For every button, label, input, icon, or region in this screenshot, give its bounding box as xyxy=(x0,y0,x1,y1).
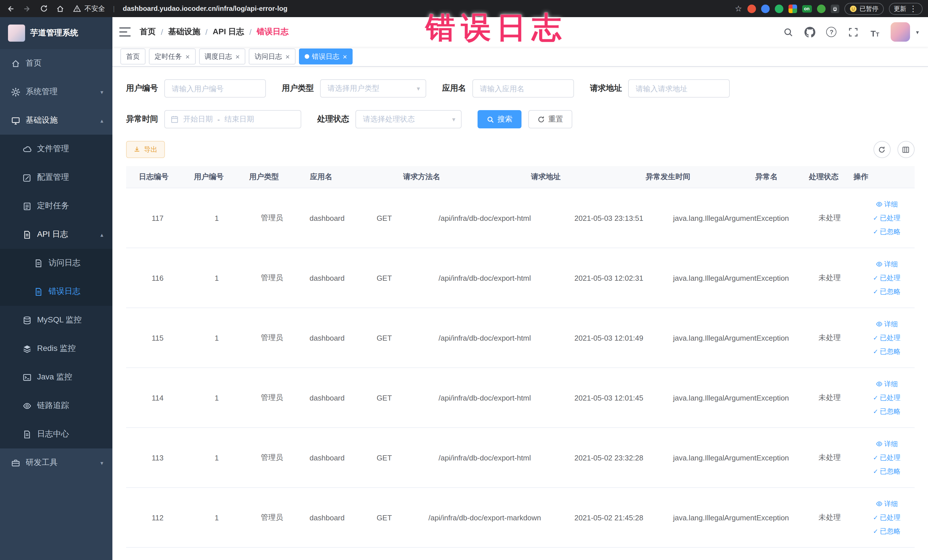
mark-processed-link[interactable]: ✓ 已处理 xyxy=(873,273,901,283)
columns-icon xyxy=(902,146,910,153)
cell-process-status: 未处理 xyxy=(800,333,859,343)
sidebar-item-trace[interactable]: 链路追踪 xyxy=(0,391,112,420)
request-url-input[interactable] xyxy=(628,79,730,98)
breadcrumb-infra[interactable]: 基础设施 xyxy=(168,27,200,37)
tag-job-log[interactable]: 调度日志× xyxy=(199,49,245,64)
breadcrumb-separator: / xyxy=(205,27,208,37)
sidebar-item-java[interactable]: Java 监控 xyxy=(0,363,112,391)
mark-processed-link[interactable]: ✓ 已处理 xyxy=(873,513,901,522)
mark-ignored-link[interactable]: ✓ 已忽略 xyxy=(873,406,901,416)
mark-processed-link[interactable]: ✓ 已处理 xyxy=(873,453,901,462)
cell-log-id: 113 xyxy=(126,453,189,462)
breadcrumb-separator: / xyxy=(249,27,252,37)
mark-processed-link[interactable]: ✓ 已处理 xyxy=(873,213,901,223)
cell-user-id: 1 xyxy=(189,394,244,402)
chevron-down-icon: ▾ xyxy=(417,85,420,92)
mark-ignored-link[interactable]: ✓ 已忽略 xyxy=(873,346,901,356)
close-icon[interactable]: × xyxy=(343,52,347,61)
extension-icon-green[interactable] xyxy=(774,4,783,13)
detail-link[interactable]: 详细 xyxy=(876,499,898,509)
screen: 不安全 | dashboard.yudao.iocoder.cn/infra/l… xyxy=(0,0,928,560)
detail-link[interactable]: 详细 xyxy=(876,259,898,269)
breadcrumb-home[interactable]: 首页 xyxy=(140,27,156,37)
sidebar-item-redis[interactable]: Redis 监控 xyxy=(0,334,112,363)
search-icon[interactable] xyxy=(783,26,794,38)
sidebar-item-infra[interactable]: 基础设施 ▴ xyxy=(0,106,112,135)
avatar[interactable] xyxy=(891,22,910,42)
browser-update-button[interactable]: 更新 ⋮ xyxy=(888,3,922,15)
column-header: 用户编号 xyxy=(181,172,236,182)
column-settings-button[interactable] xyxy=(897,141,914,158)
export-button[interactable]: 导出 xyxy=(126,141,165,158)
detail-link[interactable]: 详细 xyxy=(876,379,898,389)
mark-processed-link[interactable]: ✓ 已处理 xyxy=(873,333,901,343)
hamburger-icon[interactable] xyxy=(119,27,131,37)
chevron-down-icon[interactable]: ▾ xyxy=(916,29,919,35)
detail-link[interactable]: 详细 xyxy=(876,319,898,329)
refresh-icon[interactable] xyxy=(39,4,49,14)
forward-icon[interactable] xyxy=(22,4,32,14)
cell-app-name: dashboard xyxy=(299,214,355,222)
extension-icon-plug[interactable] xyxy=(830,4,839,13)
sidebar-item-file[interactable]: 文件管理 xyxy=(0,135,112,163)
tag-access-log[interactable]: 访问日志× xyxy=(249,49,295,64)
sidebar-item-access-log[interactable]: 访问日志 xyxy=(0,249,112,277)
close-icon[interactable]: × xyxy=(235,52,240,61)
mark-processed-link[interactable]: ✓ 已处理 xyxy=(873,393,901,403)
table-row: 116 1 管理员 dashboard GET /api/infra/db-do… xyxy=(126,248,914,308)
table-row: 113 1 管理员 dashboard GET /api/infra/db-do… xyxy=(126,428,914,488)
mark-ignored-link[interactable]: ✓ 已忽略 xyxy=(873,467,901,476)
cell-app-name: dashboard xyxy=(299,453,355,462)
sidebar-item-system[interactable]: 系统管理 ▾ xyxy=(0,78,112,106)
mark-ignored-link[interactable]: ✓ 已忽略 xyxy=(873,526,901,536)
user-id-input[interactable] xyxy=(164,79,266,98)
extension-icon-on[interactable]: on xyxy=(802,5,812,12)
sidebar-item-api-log[interactable]: API 日志 ▴ xyxy=(0,220,112,249)
user-type-select[interactable]: 请选择用户类型 ▾ xyxy=(320,79,426,98)
security-warning[interactable]: 不安全 xyxy=(72,4,105,14)
app-logo[interactable]: 芋道管理系统 xyxy=(0,17,112,49)
cell-process-status: 未处理 xyxy=(800,213,859,223)
close-icon[interactable]: × xyxy=(285,52,290,61)
fullscreen-icon[interactable] xyxy=(847,26,859,38)
detail-link[interactable]: 详细 xyxy=(876,439,898,449)
app-title: 芋道管理系统 xyxy=(30,28,78,38)
breadcrumb-api-log[interactable]: API 日志 xyxy=(213,27,244,37)
help-icon[interactable]: ? xyxy=(826,26,837,38)
extension-icon-blue[interactable] xyxy=(761,4,769,13)
script-paused-badge[interactable]: 已暂停 xyxy=(844,3,884,15)
refresh-list-button[interactable] xyxy=(873,141,890,158)
extension-icon-red[interactable] xyxy=(747,4,756,13)
cell-user-id: 1 xyxy=(189,273,244,282)
extension-icon-grid[interactable] xyxy=(788,4,797,13)
sidebar-item-mysql[interactable]: MySQL 监控 xyxy=(0,306,112,334)
home-icon[interactable] xyxy=(55,4,65,14)
exception-time-range-picker[interactable]: 开始日期 - 结束日期 xyxy=(164,110,301,128)
bookmark-star-icon[interactable]: ☆ xyxy=(735,5,742,12)
reset-button[interactable]: 重置 xyxy=(528,110,572,128)
process-status-select[interactable]: 请选择处理状态 ▾ xyxy=(356,110,462,128)
column-header: 请求方法名 xyxy=(351,172,492,182)
sidebar-item-dev-tools[interactable]: 研发工具 ▾ xyxy=(0,449,112,477)
url-text[interactable]: dashboard.yudao.iocoder.cn/infra/log/api… xyxy=(123,5,728,12)
sidebar-item-job[interactable]: 定时任务 xyxy=(0,192,112,220)
sidebar-item-error-log[interactable]: 错误日志 xyxy=(0,277,112,306)
close-icon[interactable]: × xyxy=(185,52,190,61)
sidebar-item-log-center[interactable]: 日志中心 xyxy=(0,420,112,449)
sidebar-item-home[interactable]: 首页 xyxy=(0,49,112,78)
github-icon[interactable] xyxy=(804,26,816,38)
mark-ignored-link[interactable]: ✓ 已忽略 xyxy=(873,287,901,296)
mark-ignored-link[interactable]: ✓ 已忽略 xyxy=(873,227,901,237)
extension-icon-green2[interactable] xyxy=(817,4,825,13)
tag-error-log[interactable]: 错误日志× xyxy=(299,49,353,64)
cell-exception-name: java.lang.IllegalArgumentException xyxy=(662,453,800,462)
tag-job[interactable]: 定时任务× xyxy=(149,49,195,64)
back-icon[interactable] xyxy=(6,4,15,14)
app-name-input[interactable] xyxy=(472,79,574,98)
browser-menu-icon[interactable]: ⋮ xyxy=(909,5,917,12)
tag-home[interactable]: 首页 xyxy=(121,49,145,64)
detail-link[interactable]: 详细 xyxy=(876,200,898,209)
sidebar-item-config[interactable]: 配置管理 xyxy=(0,163,112,192)
font-size-icon[interactable]: TT xyxy=(869,26,881,38)
search-button[interactable]: 搜索 xyxy=(478,110,522,128)
